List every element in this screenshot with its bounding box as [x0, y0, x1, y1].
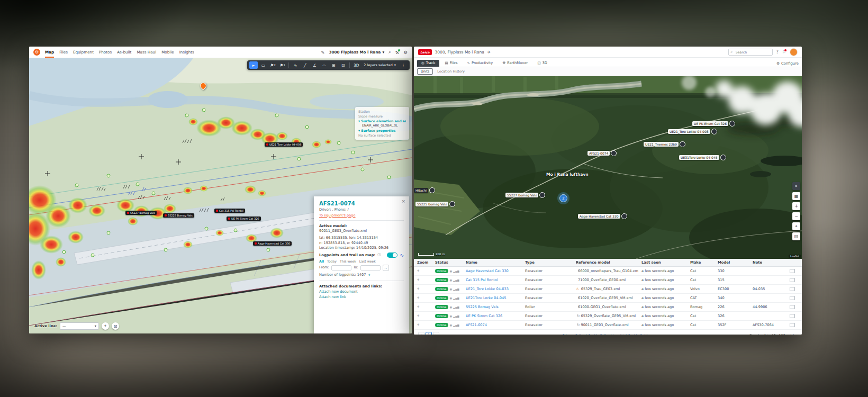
crosshair-icon[interactable]: ⌖ — [368, 273, 370, 278]
equipment-marker[interactable]: 55227 Bomag Vals — [125, 211, 157, 215]
eye-icon[interactable]: ◉ — [449, 305, 452, 309]
flag2-tool-icon[interactable]: ⚑2 — [268, 61, 277, 69]
map-control-button[interactable]: ▤ — [792, 232, 800, 240]
unit-marker[interactable]: UE21_Tore Lokke 04-008 — [668, 129, 717, 134]
equipment-icon[interactable]: ⚒ — [395, 50, 400, 55]
nav-item[interactable]: Mobile — [161, 47, 174, 58]
column-header[interactable]: Name — [463, 260, 522, 265]
angle-tool-icon[interactable]: ∠ — [310, 61, 319, 69]
layers-dropdown[interactable]: 2 layers selected ▾ — [361, 63, 398, 67]
slope-measure-option[interactable]: Slope measure — [358, 114, 406, 119]
table-row[interactable]: ⌖ Online ◉ ▂▄▆ Cat 315 Pal Rontol Excava… — [414, 276, 802, 285]
unit-marker[interactable]: Aage Haverstad Cat 330 — [578, 213, 627, 219]
search-icon[interactable]: ⌕ — [388, 49, 391, 55]
station-option[interactable]: Station — [358, 109, 406, 114]
table-row[interactable]: ⌖ Online ◉ ▂▄▆ UE21Tore Lorke 04-045 Exc… — [414, 294, 802, 303]
table-row[interactable]: ⌖ Online ◉ ▂▄▆ 55225 Bomag Vals Roller 6… — [414, 303, 802, 312]
comment-icon[interactable] — [790, 314, 795, 318]
search-box[interactable]: ⌕ — [728, 49, 773, 56]
zoom-to-icon[interactable]: ⌖ — [417, 322, 420, 328]
project-selector[interactable]: 3000 Flyplass Mo i Rana ▾ — [329, 50, 384, 55]
eye-icon[interactable]: ◉ — [449, 269, 452, 273]
units-button[interactable]: Units — [417, 68, 433, 75]
unit-name-link[interactable]: UE21_Tore Lokke 04-033 — [466, 287, 509, 291]
tab[interactable]: ⚒ EarthMover — [498, 60, 532, 67]
nav-item[interactable]: Insights — [179, 47, 194, 58]
select-tool-icon[interactable]: ► — [249, 61, 258, 69]
user-avatar[interactable] — [790, 48, 798, 56]
curve-tool-icon[interactable]: ∿ — [291, 61, 300, 69]
eye-icon[interactable]: ◉ — [449, 296, 452, 300]
zoom-to-icon[interactable]: ⌖ — [417, 313, 420, 319]
grid-tool-icon[interactable]: ⊞ — [329, 61, 338, 69]
nav-item[interactable]: Equipment — [73, 47, 94, 58]
from-date-input[interactable] — [331, 265, 351, 270]
settings-icon[interactable]: ⚙ — [403, 50, 408, 55]
cross-section-tool-icon[interactable]: ⌓ — [320, 61, 328, 69]
table-row[interactable]: ⌖ Online ◉ ▂▄▆ UE21_Tore Lokke 04-033 Ex… — [414, 285, 802, 294]
location-history-button[interactable]: Location History — [437, 69, 465, 74]
comment-icon[interactable] — [790, 296, 795, 300]
map-attribution[interactable]: Leaflet — [789, 255, 801, 258]
column-header[interactable]: Make — [687, 260, 715, 265]
column-header[interactable]: Zoom — [414, 260, 432, 265]
map-control-button[interactable]: − — [792, 212, 800, 220]
surface-properties-option[interactable]: ▾ Surface properties — [358, 128, 406, 133]
zoom-to-icon[interactable]: ⌖ — [417, 295, 420, 301]
eye-icon[interactable]: ◉ — [449, 287, 452, 291]
satellite-map[interactable]: UE PK Ehem Cat 326 UE21_Tore Lokke 04-00… — [414, 76, 802, 259]
column-header[interactable]: Note — [749, 260, 786, 265]
equipment-marker[interactable]: UE21 Tore Lokke 04-008 — [265, 142, 303, 147]
tab[interactable]: ▤ Files — [440, 60, 462, 67]
fit-view-icon[interactable]: ⊡ — [112, 322, 119, 330]
zoom-to-icon[interactable]: ⌖ — [417, 304, 420, 310]
comment-icon[interactable] — [790, 278, 795, 282]
tab[interactable]: ◱ 3D — [533, 60, 551, 67]
flag3-tool-icon[interactable]: ⚑3 — [278, 61, 286, 69]
nav-item[interactable]: As-built — [117, 47, 131, 58]
comment-icon[interactable] — [790, 305, 795, 309]
unit-marker[interactable]: UE PK Ehem Cat 326 — [692, 121, 735, 127]
logpoint-filter[interactable]: Today — [327, 259, 337, 263]
logpoint-filter[interactable]: All — [319, 259, 324, 263]
eye-icon[interactable]: ◉ — [449, 278, 452, 282]
close-icon[interactable]: × — [401, 198, 405, 204]
equipment-marker[interactable]: UE PK Strom Cat 326 — [227, 216, 261, 221]
column-header[interactable]: Reference model — [573, 260, 638, 265]
comment-icon[interactable] — [790, 287, 795, 291]
zoom-to-icon[interactable]: ⌖ — [417, 286, 420, 292]
equipment-marker[interactable]: Aage Haverstad Cat 330 — [253, 241, 292, 246]
more-options-icon[interactable]: ⋮ — [399, 61, 408, 69]
nav-item[interactable]: Map — [45, 47, 54, 58]
notifications-icon[interactable]: ⚐ — [782, 50, 786, 55]
unit-name-link[interactable]: Cat 315 Pal Rontol — [466, 278, 498, 282]
fit-view-tool-icon[interactable]: ⊡ — [339, 61, 347, 69]
to-date-input[interactable] — [360, 265, 381, 270]
logpoint-filter[interactable]: This week — [340, 259, 356, 263]
apply-date-button[interactable]: → — [383, 265, 389, 271]
surface-elevation-option[interactable]: ▾ Surface elevation and area — [358, 119, 406, 123]
column-header[interactable]: Model — [715, 260, 749, 265]
unit-name-link[interactable]: UE21Tore Lorke 04-045 — [466, 296, 506, 300]
comment-icon[interactable] — [790, 269, 795, 273]
equipment-page-link[interactable]: To equipment's page — [319, 213, 404, 218]
eye-icon[interactable]: ◉ — [449, 323, 452, 327]
unit-name-link[interactable]: Aage Haverstad Cat 330 — [466, 269, 509, 273]
edit-icon[interactable]: ✎ — [321, 50, 324, 55]
eye-icon[interactable]: ◉ — [449, 314, 452, 318]
equipment-marker[interactable]: 55225 Bomag Vals — [163, 213, 194, 218]
table-row[interactable]: ⌖ Online ◉ ▂▄▆ AFS21-0074 Excavator ↻ 90… — [414, 321, 802, 330]
active-line-select[interactable]: — ▾ — [60, 322, 99, 330]
zoom-to-icon[interactable]: ⌖ — [417, 268, 420, 274]
help-icon[interactable]: ? — [776, 50, 779, 55]
map-control-button[interactable]: ▦ — [792, 192, 800, 200]
unit-marker[interactable]: 55225 Bomag Vals — [415, 201, 455, 207]
unit-marker[interactable]: AFS21-0074 — [587, 150, 617, 156]
nav-item[interactable]: Mass Haul — [137, 47, 156, 58]
unit-name-link[interactable]: 55225 Bomag Vals — [466, 305, 499, 309]
logpoint-filter[interactable]: Last week — [359, 259, 376, 263]
table-row[interactable]: ⌖ Online ◉ ▂▄▆ UE PK Strom Cat 326 Excav… — [414, 312, 802, 321]
column-header[interactable]: Status — [432, 260, 463, 265]
unit-name-link[interactable]: UE PK Strom Cat 326 — [466, 314, 502, 318]
configure-button[interactable]: ⚙ Configure — [776, 61, 799, 67]
